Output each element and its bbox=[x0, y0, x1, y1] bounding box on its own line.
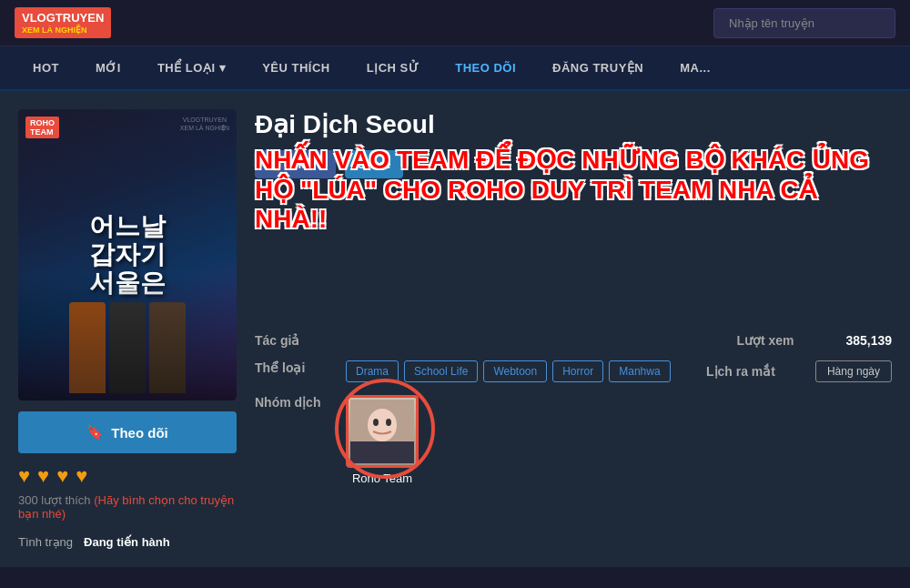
heart-2[interactable]: ♥ bbox=[37, 464, 49, 488]
nav-yeu-thich[interactable]: YÊU THÍCH bbox=[244, 46, 349, 89]
action-row: 👍 Like 0 Share bbox=[255, 150, 892, 178]
follow-button-label: Theo dõi bbox=[111, 425, 168, 441]
svg-rect-4 bbox=[350, 441, 414, 463]
right-panel: Đại Dịch Seoul 👍 Like 0 Share NHẤN VÀO T… bbox=[255, 109, 892, 549]
heart-1[interactable]: ♥ bbox=[18, 464, 30, 488]
svg-point-1 bbox=[368, 409, 397, 441]
search-input[interactable] bbox=[713, 8, 895, 38]
views-label: Lượt xem bbox=[736, 333, 827, 348]
team-badge: ROHOTEAM bbox=[25, 117, 59, 138]
nav-theo-doi[interactable]: THEO DÕI bbox=[437, 46, 534, 89]
character-2 bbox=[109, 302, 146, 393]
genre-label: Thể loại bbox=[255, 360, 346, 375]
tag-webtoon[interactable]: Webtoon bbox=[483, 360, 547, 382]
logo-line2: XEM LÀ NGHIỆN bbox=[22, 25, 104, 35]
character-3 bbox=[149, 302, 186, 393]
cover-image: ROHOTEAM VLOGTRUYENXEM LÀ NGHIỆN 어느날갑자기서… bbox=[18, 109, 237, 400]
genre-release-row: Thể loại Drama School Life Webtoon Horro… bbox=[255, 360, 892, 382]
logo-box[interactable]: VLOGTRUYEN XEM LÀ NGHIỆN bbox=[15, 7, 111, 38]
release-badge: Hàng ngày bbox=[815, 360, 892, 382]
tag-horror[interactable]: Horror bbox=[552, 360, 603, 382]
like-button[interactable]: 👍 Like 0 bbox=[255, 150, 336, 178]
manga-title: Đại Dịch Seoul bbox=[255, 109, 892, 139]
info-section: Tác giả Lượt xem 385,139 Thể loại Drama … bbox=[255, 333, 892, 485]
release-section: Lịch ra mắt Hàng ngày bbox=[706, 360, 892, 382]
genre-tags: Drama School Life Webtoon Horror Manhwa bbox=[346, 360, 671, 382]
nav-dang-truyen[interactable]: ĐĂNG TRUYỆN bbox=[534, 46, 662, 89]
status-row: Tình trạng Đang tiến hành bbox=[18, 535, 237, 549]
nav-hot[interactable]: HOT bbox=[15, 46, 77, 89]
author-views-row: Tác giả Lượt xem 385,139 bbox=[255, 333, 892, 348]
nav-the-loai[interactable]: THỂ LOẠI ▾ bbox=[139, 46, 244, 89]
team-avatar-image bbox=[349, 398, 416, 465]
team-avatar[interactable] bbox=[346, 395, 419, 468]
rating-row: ♥ ♥ ♥ ♥ bbox=[18, 464, 237, 488]
tag-school-life[interactable]: School Life bbox=[404, 360, 478, 382]
status-label: Tình trạng bbox=[18, 535, 73, 549]
svg-point-3 bbox=[386, 419, 391, 426]
svg-point-2 bbox=[373, 419, 379, 426]
team-avatar-svg bbox=[350, 400, 414, 463]
logo-line1: VLOGTRUYEN bbox=[22, 11, 104, 25]
rating-count: 300 lượt thích bbox=[18, 493, 91, 507]
author-label: Tác giả bbox=[255, 333, 346, 348]
cover-characters bbox=[18, 273, 237, 400]
team-section[interactable]: Roho Team bbox=[346, 395, 419, 485]
main-content: ROHOTEAM VLOGTRUYENXEM LÀ NGHIỆN 어느날갑자기서… bbox=[0, 91, 910, 567]
nav-ma[interactable]: MA... bbox=[662, 46, 729, 89]
logo[interactable]: VLOGTRUYEN XEM LÀ NGHIỆN bbox=[15, 7, 111, 38]
header: VLOGTRUYEN XEM LÀ NGHIỆN bbox=[0, 0, 910, 46]
share-button[interactable]: Share bbox=[345, 150, 403, 178]
tag-drama[interactable]: Drama bbox=[346, 360, 399, 382]
team-row: Nhóm dịch bbox=[255, 395, 892, 485]
left-panel: ROHOTEAM VLOGTRUYENXEM LÀ NGHIỆN 어느날갑자기서… bbox=[18, 109, 237, 549]
cover-watermark: VLOGTRUYENXEM LÀ NGHIỆN bbox=[180, 117, 229, 132]
release-label: Lịch ra mắt bbox=[706, 364, 797, 379]
tag-manhwa[interactable]: Manhwa bbox=[609, 360, 670, 382]
nav-moi[interactable]: MỚI bbox=[77, 46, 139, 89]
status-value: Đang tiến hành bbox=[84, 535, 170, 549]
views-value: 385,139 bbox=[845, 333, 892, 348]
rating-text: 300 lượt thích (Hãy bình chọn cho truyện… bbox=[18, 493, 237, 521]
character-1 bbox=[69, 302, 106, 393]
bookmark-icon: 🔖 bbox=[86, 424, 104, 441]
share-label: Share bbox=[358, 157, 390, 171]
heart-3[interactable]: ♥ bbox=[56, 464, 68, 488]
heart-4[interactable]: ♥ bbox=[76, 464, 87, 488]
thumbs-up-icon: 👍 bbox=[268, 157, 282, 171]
nav-bar: HOT MỚI THỂ LOẠI ▾ YÊU THÍCH LỊCH SỬ THE… bbox=[0, 46, 910, 91]
nav-lich-su[interactable]: LỊCH SỬ bbox=[349, 46, 438, 89]
team-label: Nhóm dịch bbox=[255, 395, 346, 410]
team-name: Roho Team bbox=[352, 471, 412, 485]
cover-art: ROHOTEAM VLOGTRUYENXEM LÀ NGHIỆN 어느날갑자기서… bbox=[18, 109, 237, 400]
views-section: Lượt xem 385,139 bbox=[736, 333, 892, 348]
like-label: Like bbox=[288, 157, 311, 171]
like-count: 0 bbox=[317, 157, 323, 171]
follow-button[interactable]: 🔖 Theo dõi bbox=[18, 411, 237, 453]
